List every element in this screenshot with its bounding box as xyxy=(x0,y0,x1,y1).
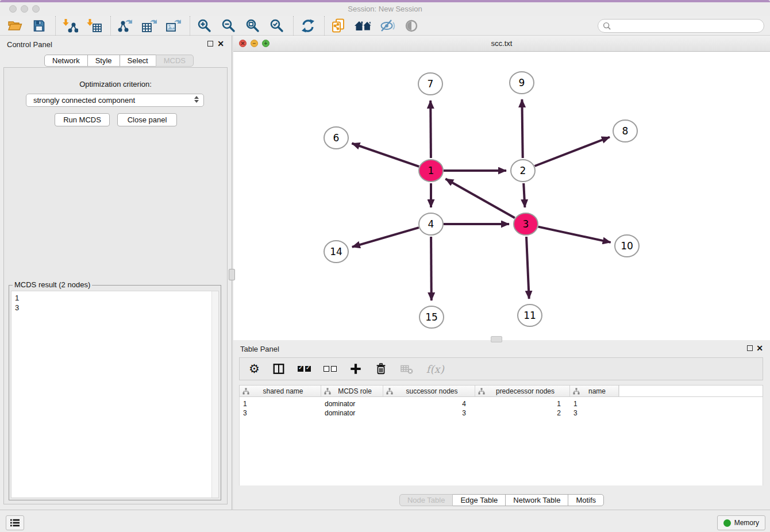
show-hidden-eye-icon[interactable] xyxy=(402,18,421,34)
column-header-shared-name[interactable]: shared name xyxy=(240,385,321,396)
export-table-icon[interactable] xyxy=(140,18,159,34)
graph-edge-4-14[interactable] xyxy=(352,228,419,247)
graph-edge-3-11[interactable] xyxy=(526,237,529,299)
refresh-layout-icon[interactable] xyxy=(299,18,317,34)
tab-mcds[interactable]: MCDS xyxy=(156,55,194,67)
tab-node-table[interactable]: Node Table xyxy=(399,494,453,506)
result-scrollbar[interactable] xyxy=(211,291,218,498)
tab-select[interactable]: Select xyxy=(120,55,156,67)
status-bar: Memory xyxy=(0,510,770,532)
control-panel: Control Panel ✕ NetworkStyleSelectMCDS O… xyxy=(0,36,232,510)
graph-edge-2-3[interactable] xyxy=(523,183,525,207)
close-panel-button[interactable]: Close panel xyxy=(117,113,177,126)
network-view-window: ✕ − + scc.txt 7968124314101511 xyxy=(233,36,770,340)
graph-node-14[interactable]: 14 xyxy=(324,241,348,263)
clone-network-icon[interactable] xyxy=(330,18,348,34)
graph-node-2[interactable]: 2 xyxy=(511,160,535,182)
vertical-divider-grip[interactable] xyxy=(229,269,235,280)
column-header-name[interactable]: name xyxy=(570,385,619,396)
delete-column-trash-icon[interactable] xyxy=(375,360,387,377)
svg-text:6: 6 xyxy=(333,132,340,144)
tab-edge-table[interactable]: Edge Table xyxy=(452,494,506,506)
graph-node-1[interactable]: 1 xyxy=(419,160,443,182)
save-icon[interactable] xyxy=(30,18,48,34)
show-columns-icon[interactable] xyxy=(272,360,285,377)
graph-edge-1-7[interactable] xyxy=(430,101,431,158)
cell-shared-name[interactable]: 3 xyxy=(240,409,321,417)
cell-predecessor-nodes[interactable]: 1 xyxy=(475,400,570,408)
tab-network[interactable]: Network xyxy=(44,55,88,67)
import-network-icon[interactable] xyxy=(61,18,79,34)
graph-edge-3-10[interactable] xyxy=(538,227,611,242)
zoom-selected-icon[interactable] xyxy=(268,18,286,34)
table-row[interactable]: 1dominator411 xyxy=(240,399,763,408)
create-column-plus-icon[interactable] xyxy=(349,360,362,377)
cell-successor-nodes[interactable]: 3 xyxy=(383,409,475,417)
zoom-fit-icon[interactable] xyxy=(244,18,262,34)
mcds-result-title: MCDS result (2 nodes) xyxy=(13,280,92,289)
deselect-all-columns-icon[interactable] xyxy=(324,360,337,377)
graph-node-9[interactable]: 9 xyxy=(510,72,534,94)
function-builder-icon: f(x) xyxy=(426,360,444,377)
svg-text:8: 8 xyxy=(622,125,629,137)
float-panel-icon[interactable] xyxy=(747,345,753,351)
column-header-mcds-role[interactable]: MCDS role xyxy=(321,385,383,396)
tab-motifs[interactable]: Motifs xyxy=(568,494,604,506)
svg-text:15: 15 xyxy=(425,311,438,323)
mcds-result-textarea[interactable]: 1 3 xyxy=(11,291,219,498)
graph-node-7[interactable]: 7 xyxy=(418,73,442,95)
graph-edge-1-6[interactable] xyxy=(352,144,419,167)
export-image-icon[interactable] xyxy=(164,18,183,34)
close-panel-icon[interactable]: ✕ xyxy=(756,344,763,353)
graph-edge-4-15[interactable] xyxy=(431,237,432,300)
table-header-row: shared nameMCDS rolesuccessor nodesprede… xyxy=(239,385,763,397)
table-panel: Table Panel ✕ ⚙ f(x) shared nameMCDS rol… xyxy=(233,340,770,510)
svg-text:1: 1 xyxy=(428,165,434,176)
delete-table-icon xyxy=(400,360,414,377)
horizontal-divider-grip[interactable] xyxy=(491,336,502,342)
graph-node-15[interactable]: 15 xyxy=(419,306,444,328)
cell-shared-name[interactable]: 1 xyxy=(240,400,321,408)
graph-node-11[interactable]: 11 xyxy=(518,304,542,326)
tab-style[interactable]: Style xyxy=(87,55,120,67)
select-all-columns-icon[interactable] xyxy=(298,360,311,377)
open-folder-icon[interactable] xyxy=(6,18,24,34)
search-input[interactable] xyxy=(614,21,754,30)
cell-name[interactable]: 1 xyxy=(570,400,619,408)
close-panel-icon[interactable]: ✕ xyxy=(217,39,224,48)
run-mcds-button[interactable]: Run MCDS xyxy=(55,113,110,126)
zoom-in-icon[interactable] xyxy=(195,18,214,34)
task-history-button[interactable] xyxy=(6,515,24,530)
column-header-predecessor-nodes[interactable]: predecessor nodes xyxy=(475,385,570,396)
graph-node-8[interactable]: 8 xyxy=(613,120,637,142)
graph-node-3[interactable]: 3 xyxy=(514,213,538,235)
hide-selected-eye-slash-icon[interactable] xyxy=(378,18,396,34)
table-row[interactable]: 3dominator323 xyxy=(240,408,763,418)
import-table-icon[interactable] xyxy=(85,18,103,34)
zoom-out-icon[interactable] xyxy=(220,18,238,34)
home-icon[interactable] xyxy=(354,18,372,34)
network-canvas[interactable]: 7968124314101511 xyxy=(233,52,770,340)
column-header-successor-nodes[interactable]: successor nodes xyxy=(383,385,475,396)
graph-node-4[interactable]: 4 xyxy=(419,213,443,235)
cell-mcds-role[interactable]: dominator xyxy=(321,409,383,417)
toolbar-separator xyxy=(190,16,191,36)
table-settings-gear-icon[interactable]: ⚙ xyxy=(249,360,260,377)
cell-mcds-role[interactable]: dominator xyxy=(321,400,383,408)
memory-button[interactable]: Memory xyxy=(717,515,765,530)
toolbar-search-field[interactable] xyxy=(598,19,764,33)
graph-node-10[interactable]: 10 xyxy=(615,235,639,257)
graph-edge-2-8[interactable] xyxy=(535,137,610,167)
table-header-filler xyxy=(619,385,763,396)
network-window-title: scc.txt xyxy=(233,39,770,48)
optimization-criterion-dropdown[interactable]: strongly connected component xyxy=(26,94,204,107)
cell-predecessor-nodes[interactable]: 2 xyxy=(475,409,570,417)
tab-network-table[interactable]: Network Table xyxy=(505,494,568,506)
graph-node-6[interactable]: 6 xyxy=(324,127,348,149)
graph-edge-2-9[interactable] xyxy=(522,99,522,158)
cell-name[interactable]: 3 xyxy=(570,409,619,417)
export-network-icon[interactable] xyxy=(116,18,134,34)
graph-edge-3-1[interactable] xyxy=(445,179,515,218)
cell-successor-nodes[interactable]: 4 xyxy=(383,400,475,408)
float-panel-icon[interactable] xyxy=(207,41,213,47)
